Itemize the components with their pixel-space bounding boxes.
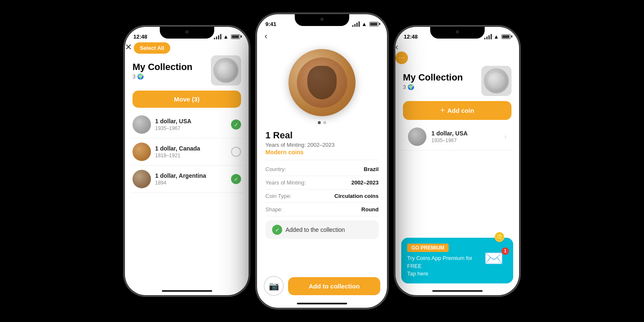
- battery-3: [501, 34, 511, 39]
- status-icons-2: ▲: [352, 21, 379, 27]
- phone1-topnav: ✕ Select All: [125, 42, 249, 54]
- label-type: Coin Type:: [265, 193, 291, 199]
- coin-list-3: 1 dollar, USA 1935–1967 ›: [395, 123, 519, 234]
- time-3: 12:48: [404, 34, 418, 40]
- coin-img-canada: [132, 143, 151, 161]
- close-button-1[interactable]: ✕: [125, 42, 132, 52]
- value-minting: 2002–2023: [351, 179, 379, 186]
- coin-thumbnail-3: [481, 66, 512, 96]
- add-coin-button[interactable]: + Add coin: [403, 101, 512, 120]
- coin-name-usa-3: 1 dollar, USA: [431, 130, 499, 137]
- bar4: [220, 34, 221, 39]
- label-shape: Shape:: [265, 206, 283, 213]
- status-icons-3: ▲: [484, 34, 511, 40]
- globe-icon-1: 🌍: [137, 73, 144, 80]
- phone-1: 12:48 ▲ ✕ Select All: [125, 27, 249, 295]
- phone1-content: ✕ Select All My Collection 3 🌍 Move (3): [125, 42, 249, 288]
- detail-row-minting: Years of Minting: 2002–2023: [265, 176, 379, 190]
- signal-3: [484, 34, 492, 39]
- go-premium-label: GO PREMIUM: [407, 244, 449, 252]
- envelope-icon: ✉️: [484, 249, 504, 267]
- pagination-dots: [257, 121, 387, 124]
- coin-name-usa: 1 dollar, USA: [155, 118, 227, 125]
- wifi-3: ▲: [493, 34, 499, 40]
- battery-fill-3: [502, 35, 509, 38]
- coin-info-canada: 1 dollar, Canada 1818–1921: [155, 145, 227, 158]
- collection-count-1: 3 🌍: [132, 73, 192, 80]
- value-type: Circulation coins: [335, 193, 379, 199]
- check-canada-empty: [231, 147, 241, 157]
- premium-desc: Try Coins App Premium for FREETap here: [407, 254, 480, 278]
- coin-detail-info: 1 Real Years of Minting: 2002–2023 Moder…: [257, 126, 387, 273]
- add-collection-button[interactable]: Add to collection: [288, 277, 380, 295]
- move-button[interactable]: Move (3): [132, 91, 241, 108]
- select-all-button[interactable]: Select All: [134, 42, 170, 54]
- coin-thumbnail-1: [211, 55, 241, 86]
- collection-header-left-3: My Collection 3 🌍: [403, 72, 463, 90]
- signal-1: [214, 34, 221, 39]
- coin-title: 1 Real: [265, 130, 379, 141]
- phone2-content: ‹ 1 Real Years of Minting: 2002–2023 Mod…: [257, 29, 387, 300]
- divider-1: [265, 160, 379, 160]
- collection-title-3: My Collection: [403, 72, 463, 83]
- added-badge: ✓ Added to the collection: [265, 221, 379, 239]
- dot-2: [323, 121, 326, 124]
- collection-header-1: My Collection 3 🌍: [125, 54, 249, 87]
- home-bar-1: [162, 290, 212, 292]
- arrow-right-icon: ›: [504, 133, 506, 140]
- check-argentina: ✓: [231, 174, 241, 184]
- detail-row-country: Country: Brazil: [265, 163, 379, 176]
- dots-menu-button[interactable]: ···: [395, 52, 408, 64]
- coin-info-usa: 1 dollar, USA 1935–1967: [155, 118, 227, 131]
- phones-container: 12:48 ▲ ✕ Select All: [0, 0, 644, 322]
- bottom-actions: 📷 Add to collection: [257, 273, 387, 300]
- back-button-2[interactable]: ‹: [265, 31, 267, 40]
- coin-img-usa: [132, 115, 151, 134]
- added-check-icon: ✓: [272, 225, 282, 235]
- quarter-coin-thumb-1: [213, 58, 239, 83]
- dot-1: [318, 121, 321, 124]
- bar1: [214, 38, 215, 39]
- battery-2: [369, 22, 379, 26]
- coin-inner: [297, 57, 347, 108]
- list-item-usa[interactable]: 1 dollar, USA 1935–1967 ›: [400, 123, 514, 151]
- battery-fill-2: [370, 23, 377, 26]
- coin-name-canada: 1 dollar, Canada: [155, 145, 227, 152]
- camera-icon: 📷: [269, 281, 279, 291]
- coin-face: [307, 66, 337, 99]
- battery-1: [231, 34, 240, 39]
- battery-fill-1: [232, 35, 239, 38]
- phone3-topnav: ‹ ···: [395, 42, 519, 64]
- label-country: Country:: [265, 166, 286, 172]
- list-item[interactable]: 1 dollar, Argentina 1894 ✓: [130, 166, 244, 193]
- collection-header-3: My Collection 3 🌍: [395, 64, 519, 98]
- bar2: [216, 36, 217, 39]
- coin-falling-icon: 🪙: [492, 231, 506, 244]
- coin-detail-image: [257, 42, 387, 119]
- notification-badge: 1: [501, 247, 509, 255]
- premium-banner[interactable]: 🪙 GO PREMIUM Try Coins App Premium for F…: [401, 238, 513, 283]
- coin-year-argentina: 1894: [155, 180, 227, 186]
- list-item[interactable]: 1 dollar, USA 1935–1967 ✓: [130, 111, 244, 138]
- phone-notch-3: [430, 27, 485, 39]
- coin-year-usa: 1935–1967: [155, 125, 227, 131]
- time-2: 9:41: [265, 21, 276, 27]
- phone-notch-1: [160, 27, 214, 39]
- value-shape: Round: [361, 206, 379, 213]
- coin-minting: Years of Minting: 2002–2023: [265, 142, 379, 148]
- value-country: Brazil: [364, 166, 379, 172]
- collection-title-1: My Collection: [132, 62, 192, 73]
- coin-category[interactable]: Modern coins: [265, 149, 379, 156]
- coin-name-argentina: 1 dollar, Argentina: [155, 172, 227, 179]
- wifi-1: ▲: [223, 34, 229, 40]
- list-item[interactable]: 1 dollar, Canada 1818–1921: [130, 138, 244, 166]
- premium-icon-wrap: ✉️ 1: [484, 249, 507, 273]
- coin-year-canada: 1818–1921: [155, 153, 227, 158]
- home-bar-2: [297, 303, 347, 304]
- phone-2: 9:41 ▲ ‹: [257, 14, 387, 308]
- bar3: [218, 35, 219, 39]
- back-nav-2: ‹: [257, 29, 387, 42]
- phone-dot-1: [185, 30, 189, 34]
- camera-button[interactable]: 📷: [264, 276, 284, 296]
- back-button-3[interactable]: ‹: [395, 42, 398, 51]
